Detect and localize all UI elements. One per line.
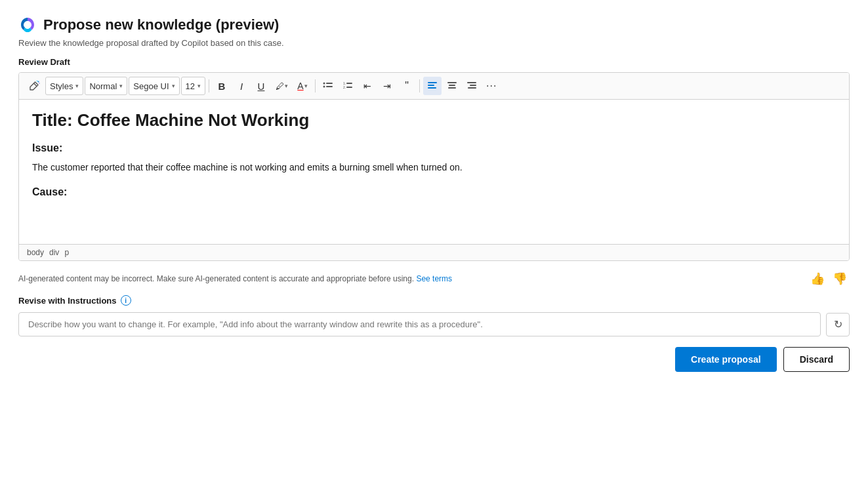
editor-toolbar: Styles ▾ Normal ▾ Segoe UI ▾ 12 ▾ B I U (19, 73, 849, 100)
quote-icon: " (405, 80, 409, 92)
align-center-icon (447, 80, 457, 92)
see-terms-link[interactable]: See terms (416, 274, 452, 283)
page-subtitle: Review the knowledge proposal drafted by… (18, 38, 850, 48)
svg-rect-16 (447, 82, 457, 83)
copilot-toolbar-button[interactable] (24, 77, 44, 95)
page-header: Propose new knowledge (preview) (18, 16, 850, 34)
font-size-dropdown[interactable]: 12 ▾ (181, 77, 205, 95)
bullet-list-icon (323, 80, 333, 92)
ai-disclaimer-text: AI-generated content may be incorrect. M… (18, 274, 808, 283)
bold-icon: B (218, 81, 226, 92)
review-draft-label: Review Draft (18, 57, 850, 67)
styles-chevron-icon: ▾ (75, 83, 79, 89)
outdent-icon: ⇤ (363, 81, 371, 91)
svg-rect-17 (449, 85, 455, 86)
svg-rect-18 (448, 87, 456, 89)
create-proposal-button[interactable]: Create proposal (675, 347, 777, 372)
svg-text:2.: 2. (343, 85, 346, 89)
toolbar-separator-3 (419, 79, 420, 92)
editor-body[interactable]: Title: Coffee Machine Not Working Issue:… (19, 100, 849, 244)
thumbs-down-button[interactable]: 👎 (830, 269, 850, 289)
svg-rect-19 (467, 82, 476, 83)
revise-input[interactable] (18, 312, 821, 336)
styles-dropdown[interactable]: Styles ▾ (45, 77, 83, 95)
revise-section: Revise with Instructions i ↻ (18, 295, 850, 336)
svg-rect-13 (428, 82, 437, 83)
outdent-button[interactable]: ⇤ (358, 77, 377, 95)
ai-disclaimer: AI-generated content may be incorrect. M… (18, 269, 850, 289)
revise-input-row: ↻ (18, 312, 850, 336)
more-options-button[interactable]: ··· (482, 77, 501, 95)
bullet-list-button[interactable] (319, 77, 337, 95)
italic-icon: I (240, 81, 243, 92)
highlight-button[interactable]: 🖊 ▾ (272, 77, 292, 95)
pen-sparkle-icon (28, 80, 40, 92)
editor-container: Styles ▾ Normal ▾ Segoe UI ▾ 12 ▾ B I U (18, 72, 850, 261)
toolbar-separator-1 (209, 79, 209, 92)
quote-button[interactable]: " (398, 77, 416, 95)
discard-button[interactable]: Discard (783, 347, 850, 372)
svg-point-2 (38, 81, 39, 83)
thumbs-up-icon: 👍 (810, 272, 825, 285)
statusbar-item-p: p (64, 248, 69, 257)
align-left-button[interactable] (423, 77, 442, 95)
align-right-icon (466, 80, 477, 92)
underline-icon: U (258, 81, 265, 92)
align-left-icon (427, 80, 438, 92)
svg-rect-20 (470, 85, 476, 86)
normal-dropdown[interactable]: Normal ▾ (85, 77, 127, 95)
doc-section2-heading: Cause: (32, 186, 836, 198)
editor-statusbar: body div p (19, 244, 849, 260)
refresh-icon: ↻ (834, 318, 842, 331)
font-dropdown[interactable]: Segoe UI ▾ (129, 77, 179, 95)
feedback-buttons: 👍 👎 (808, 269, 850, 289)
highlight-icon: 🖊 (276, 81, 284, 91)
svg-rect-14 (428, 85, 434, 86)
revise-label-text: Revise with Instructions (18, 296, 117, 306)
highlight-chevron-icon: ▾ (285, 83, 288, 89)
svg-rect-15 (428, 87, 436, 89)
font-chevron-icon: ▾ (172, 83, 175, 89)
more-icon: ··· (486, 80, 497, 92)
bold-button[interactable]: B (213, 77, 231, 95)
svg-point-4 (37, 81, 37, 81)
doc-section1-body: The customer reported that their coffee … (32, 161, 836, 174)
italic-button[interactable]: I (232, 77, 251, 95)
align-right-button[interactable] (463, 77, 481, 95)
ai-disclaimer-static: AI-generated content may be incorrect. M… (18, 274, 414, 283)
underline-button[interactable]: U (252, 77, 270, 95)
font-size-chevron-icon: ▾ (197, 83, 201, 89)
svg-rect-6 (326, 83, 333, 84)
font-color-icon: A (297, 81, 303, 91)
svg-rect-12 (346, 87, 352, 88)
svg-point-5 (323, 82, 325, 84)
indent-button[interactable]: ⇥ (378, 77, 396, 95)
revise-info-icon[interactable]: i (121, 295, 131, 306)
svg-rect-8 (326, 86, 333, 87)
toolbar-separator-2 (315, 79, 316, 92)
font-label: Segoe UI (133, 81, 169, 91)
statusbar-item-div: div (49, 248, 59, 257)
thumbs-down-icon: 👎 (833, 272, 847, 285)
font-color-button[interactable]: A ▾ (293, 77, 312, 95)
doc-section1-heading: Issue: (32, 142, 836, 154)
styles-label: Styles (50, 81, 73, 91)
action-row: Create proposal Discard (18, 347, 850, 372)
font-size-label: 12 (186, 81, 195, 91)
doc-title: Title: Coffee Machine Not Working (32, 110, 836, 131)
numbered-list-icon: 1.2. (342, 80, 353, 92)
svg-rect-10 (346, 83, 352, 84)
normal-chevron-icon: ▾ (119, 83, 123, 89)
svg-rect-21 (468, 87, 476, 89)
normal-label: Normal (89, 81, 117, 91)
refresh-button[interactable]: ↻ (826, 313, 850, 336)
thumbs-up-button[interactable]: 👍 (808, 269, 827, 289)
numbered-list-button[interactable]: 1.2. (339, 77, 357, 95)
indent-icon: ⇥ (383, 81, 391, 91)
revise-label: Revise with Instructions i (18, 295, 850, 306)
svg-point-7 (323, 85, 325, 87)
align-center-button[interactable] (443, 77, 461, 95)
svg-point-3 (39, 83, 39, 83)
statusbar-item-body: body (27, 248, 44, 257)
svg-point-1 (26, 23, 30, 27)
